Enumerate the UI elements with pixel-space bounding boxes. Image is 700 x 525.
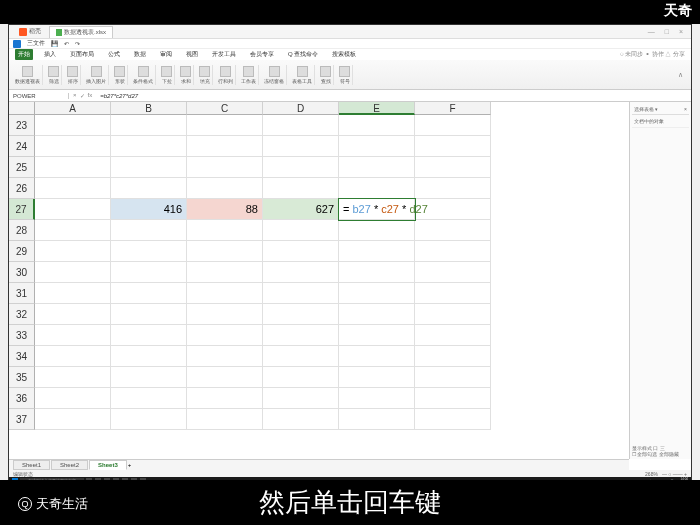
cell-d34[interactable] xyxy=(263,346,339,367)
ribbon-tabletools[interactable]: 表格工具 xyxy=(290,65,315,85)
row-header-27[interactable]: 27 xyxy=(9,199,35,220)
row-header-36[interactable]: 36 xyxy=(9,388,35,409)
ribbon-fill[interactable]: 填充 xyxy=(197,65,213,85)
cell-a34[interactable] xyxy=(35,346,111,367)
cell-d26[interactable] xyxy=(263,178,339,199)
cell-e33[interactable] xyxy=(339,325,415,346)
cell-f26[interactable] xyxy=(415,178,491,199)
select-all-corner[interactable] xyxy=(9,102,35,115)
cell-f24[interactable] xyxy=(415,136,491,157)
cell-b33[interactable] xyxy=(111,325,187,346)
ribbon-tab-formula[interactable]: 公式 xyxy=(105,49,123,60)
ribbon-symbol[interactable]: 符号 xyxy=(337,65,353,85)
zoom-slider[interactable]: ― ○ ―― + xyxy=(662,471,687,477)
cell-b31[interactable] xyxy=(111,283,187,304)
cell-f31[interactable] xyxy=(415,283,491,304)
cell-e28[interactable] xyxy=(339,220,415,241)
cell-f29[interactable] xyxy=(415,241,491,262)
cell-e25[interactable] xyxy=(339,157,415,178)
cell-e32[interactable] xyxy=(339,304,415,325)
row-header-33[interactable]: 33 xyxy=(9,325,35,346)
sheet-tab-3[interactable]: Sheet3 xyxy=(89,460,127,470)
add-sheet-button[interactable]: + xyxy=(128,462,132,468)
cell-a28[interactable] xyxy=(35,220,111,241)
cell-a26[interactable] xyxy=(35,178,111,199)
qa-undo-icon[interactable]: ↶ xyxy=(64,40,69,47)
cell-b36[interactable] xyxy=(111,388,187,409)
cell-e31[interactable] xyxy=(339,283,415,304)
cell-f36[interactable] xyxy=(415,388,491,409)
cell-a25[interactable] xyxy=(35,157,111,178)
cell-d32[interactable] xyxy=(263,304,339,325)
column-header-b[interactable]: B xyxy=(111,102,187,115)
cell-d24[interactable] xyxy=(263,136,339,157)
cell-a36[interactable] xyxy=(35,388,111,409)
cell-c35[interactable] xyxy=(187,367,263,388)
cell-b25[interactable] xyxy=(111,157,187,178)
cell-d31[interactable] xyxy=(263,283,339,304)
row-header-29[interactable]: 29 xyxy=(9,241,35,262)
cell-a27[interactable] xyxy=(35,199,111,220)
cell-b23[interactable] xyxy=(111,115,187,136)
ribbon-image[interactable]: 插入图片 xyxy=(84,65,109,85)
qa-redo-icon[interactable]: ↷ xyxy=(75,40,80,47)
cell-d27[interactable]: 627 xyxy=(263,199,339,220)
ribbon-right-controls[interactable]: ○ 未同步 ⚬ 协作 △ 分享 xyxy=(620,50,685,59)
cell-d35[interactable] xyxy=(263,367,339,388)
cell-e27[interactable]: = b27 * c27 * d27 xyxy=(339,199,415,220)
row-header-24[interactable]: 24 xyxy=(9,136,35,157)
cell-b26[interactable] xyxy=(111,178,187,199)
ribbon-tab-member[interactable]: 会员专享 xyxy=(247,49,277,60)
row-header-30[interactable]: 30 xyxy=(9,262,35,283)
ribbon-template-search[interactable]: 搜索模板 xyxy=(329,49,359,60)
cell-c32[interactable] xyxy=(187,304,263,325)
cell-e30[interactable] xyxy=(339,262,415,283)
cell-f23[interactable] xyxy=(415,115,491,136)
cell-f28[interactable] xyxy=(415,220,491,241)
cell-e24[interactable] xyxy=(339,136,415,157)
cell-f37[interactable] xyxy=(415,409,491,430)
sheet-tab-1[interactable]: Sheet1 xyxy=(13,460,50,470)
cell-a35[interactable] xyxy=(35,367,111,388)
ribbon-worksheet[interactable]: 工作表 xyxy=(239,65,259,85)
cell-c37[interactable] xyxy=(187,409,263,430)
cell-d37[interactable] xyxy=(263,409,339,430)
cell-d25[interactable] xyxy=(263,157,339,178)
spreadsheet-grid[interactable]: ABCDEF232425262741688627= b27 * c27 * d2… xyxy=(9,102,629,459)
cell-e34[interactable] xyxy=(339,346,415,367)
sheet-tab-2[interactable]: Sheet2 xyxy=(51,460,88,470)
ribbon-rowcol[interactable]: 行和列 xyxy=(216,65,236,85)
cell-e23[interactable] xyxy=(339,115,415,136)
home-tab[interactable]: 稻壳 xyxy=(13,26,47,37)
cell-d28[interactable] xyxy=(263,220,339,241)
ribbon-sum[interactable]: 求和 xyxy=(178,65,194,85)
cell-c33[interactable] xyxy=(187,325,263,346)
cancel-formula-icon[interactable]: × xyxy=(73,92,77,99)
taskpane-select-all[interactable]: ☐ 全部勾选 全部隐藏 xyxy=(632,451,689,457)
name-box[interactable]: POWER xyxy=(9,93,69,99)
ribbon-pivot[interactable]: 数据透视表 xyxy=(13,65,43,85)
cell-a29[interactable] xyxy=(35,241,111,262)
cell-d30[interactable] xyxy=(263,262,339,283)
cell-e26[interactable] xyxy=(339,178,415,199)
cell-d33[interactable] xyxy=(263,325,339,346)
row-header-32[interactable]: 32 xyxy=(9,304,35,325)
column-header-e[interactable]: E xyxy=(339,102,415,115)
cell-a32[interactable] xyxy=(35,304,111,325)
cell-c28[interactable] xyxy=(187,220,263,241)
ribbon-filter[interactable]: 筛选 xyxy=(46,65,62,85)
cell-b30[interactable] xyxy=(111,262,187,283)
document-tab[interactable]: 数据透视表.xlsx xyxy=(49,26,113,38)
row-header-28[interactable]: 28 xyxy=(9,220,35,241)
ribbon-find[interactable]: 查找 xyxy=(318,65,334,85)
window-controls[interactable]: — □ × xyxy=(648,28,687,35)
cell-e29[interactable] xyxy=(339,241,415,262)
cell-c29[interactable] xyxy=(187,241,263,262)
cell-f25[interactable] xyxy=(415,157,491,178)
ribbon-tab-review[interactable]: 审阅 xyxy=(157,49,175,60)
ribbon-dropdown[interactable]: 下拉 xyxy=(159,65,175,85)
cell-c30[interactable] xyxy=(187,262,263,283)
cell-c27[interactable]: 88 xyxy=(187,199,263,220)
qa-save-icon[interactable]: 💾 xyxy=(51,40,58,47)
cell-d23[interactable] xyxy=(263,115,339,136)
